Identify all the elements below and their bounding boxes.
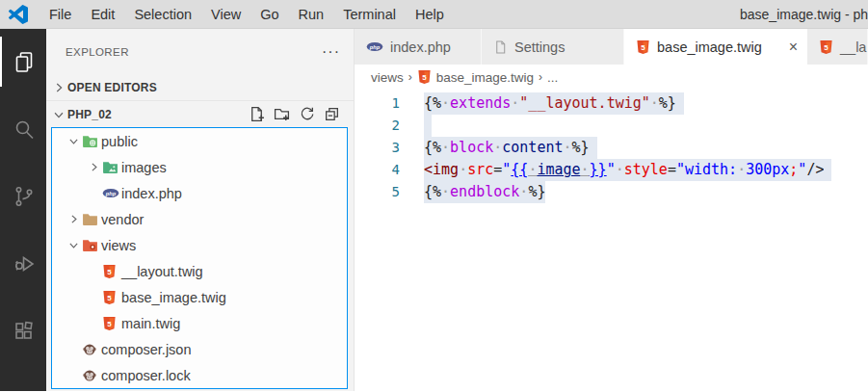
code-token: {% <box>424 183 441 200</box>
php-icon: php <box>102 186 119 200</box>
menu-bar: FileEditSelectionViewGoRunTerminalHelp <box>39 0 454 29</box>
tree-item-label: index.php <box>121 186 182 201</box>
explorer-sidebar: EXPLORER ··· OPEN EDITORS PHP_02 publici… <box>46 29 355 391</box>
tree-item-label: __layout.twig <box>121 264 203 279</box>
chevron-right-icon <box>67 213 80 225</box>
code-token: {{ <box>511 161 528 178</box>
tab-base-image-twig[interactable]: 5base_image.twig× <box>624 29 807 65</box>
svg-text:5: 5 <box>641 42 645 51</box>
html-icon: 5 <box>819 39 833 55</box>
svg-text:5: 5 <box>107 319 112 327</box>
code-token: content <box>502 139 563 156</box>
menu-terminal[interactable]: Terminal <box>333 0 406 29</box>
code-token: }} <box>590 161 607 178</box>
tree-item-label: base_image.twig <box>121 290 226 305</box>
files-icon <box>13 50 36 73</box>
activitybar-explorer[interactable] <box>0 37 46 87</box>
menu-edit[interactable]: Edit <box>81 0 124 29</box>
breadcrumb-separator: › <box>539 70 542 84</box>
menu-run[interactable]: Run <box>289 0 334 29</box>
activitybar-source-control[interactable] <box>0 171 46 222</box>
sidebar-title: EXPLORER <box>66 46 322 58</box>
folder-section-header[interactable]: PHP_02 <box>46 101 354 127</box>
tree-item-public[interactable]: public <box>52 128 347 154</box>
code-line-2[interactable]: 2 <box>355 115 868 137</box>
extensions-icon <box>13 320 36 343</box>
activity-bar <box>0 29 46 391</box>
tree-item-index-php[interactable]: phpindex.php <box>52 180 347 206</box>
chevron-down-icon <box>67 135 80 147</box>
tree-item-vendor[interactable]: vendor <box>52 206 347 232</box>
code-line-5[interactable]: 5{%·endblock·%} <box>355 181 868 203</box>
breadcrumb-item[interactable]: ... <box>547 70 558 85</box>
tree-item-base-image-twig[interactable]: 5base_image.twig <box>52 284 347 310</box>
tree-item-label: images <box>121 160 167 175</box>
html-icon: 5 <box>417 69 432 85</box>
close-icon[interactable]: × <box>779 39 798 55</box>
more-actions-icon[interactable]: ··· <box>322 47 340 57</box>
menu-selection[interactable]: Selection <box>124 0 201 29</box>
code-token: · <box>581 161 590 178</box>
tree-item--layout-twig[interactable]: 5__layout.twig <box>52 258 347 284</box>
code-token: · <box>441 94 450 112</box>
tree-item-label: composer.json <box>101 342 192 357</box>
html-icon: 5 <box>102 290 117 305</box>
menu-file[interactable]: File <box>39 0 81 29</box>
refresh-icon[interactable] <box>299 106 315 122</box>
code-line-1[interactable]: 1{%·extends·"__layout.twig"·%} <box>355 92 868 115</box>
breadcrumb: views›5base_image.twig›... <box>355 65 868 90</box>
code-token: · <box>441 139 450 156</box>
code-token: " <box>607 161 616 178</box>
code-token: " <box>502 161 511 178</box>
folder-views-icon <box>82 237 98 253</box>
menu-view[interactable]: View <box>201 0 250 29</box>
tab-settings[interactable]: Settings <box>482 29 624 65</box>
new-folder-icon[interactable] <box>274 106 290 122</box>
selection-newline <box>424 115 432 137</box>
tree-item-composer-lock[interactable]: composer.lock <box>52 362 347 388</box>
code-token: %} <box>528 183 545 200</box>
title-bar: FileEditSelectionViewGoRunTerminalHelp b… <box>0 0 868 29</box>
tree-item-images[interactable]: images <box>52 154 347 180</box>
code-token: · <box>564 139 572 156</box>
collapse-all-icon[interactable] <box>324 106 340 122</box>
breadcrumb-item[interactable]: views <box>371 70 404 85</box>
folder-vendor-icon <box>82 211 98 227</box>
code-line-3[interactable]: 3{%·block·content·%} <box>355 137 868 159</box>
tab-index-php[interactable]: phpindex.php <box>355 29 482 65</box>
code-token: endblock <box>450 183 519 200</box>
selection-newline <box>676 92 684 115</box>
menu-help[interactable]: Help <box>406 0 454 29</box>
debug-icon <box>13 252 36 275</box>
tree-item-label: public <box>101 134 138 149</box>
line-number: 2 <box>355 115 424 137</box>
activitybar-run-debug[interactable] <box>0 239 46 289</box>
explorer-actions <box>249 106 354 122</box>
code-token: · <box>459 161 467 178</box>
breadcrumb-item[interactable]: base_image.twig <box>436 70 534 85</box>
code-token: 300px <box>746 161 789 178</box>
tab-label: Settings <box>514 39 565 55</box>
html-icon: 5 <box>102 264 117 279</box>
activitybar-search[interactable] <box>0 104 46 154</box>
code-editor[interactable]: 1{%·extends·"__layout.twig"·%}23{%·block… <box>355 90 868 391</box>
tab--la[interactable]: 5__la <box>807 29 868 65</box>
tree-item-main-twig[interactable]: 5main.twig <box>52 310 347 336</box>
source-control-icon <box>13 185 36 208</box>
activitybar-extensions[interactable] <box>0 306 46 356</box>
file-tree: publicimagesphpindex.phpvendorviews5__la… <box>51 127 348 389</box>
menu-go[interactable]: Go <box>250 0 288 29</box>
tab-label: index.php <box>390 39 451 55</box>
code-line-4[interactable]: 4<img·src="{{·image·}}"·style="width:·30… <box>355 159 868 181</box>
vscode-logo-icon <box>9 5 28 24</box>
new-file-icon[interactable] <box>249 106 265 122</box>
window-title: base_image.twig - ph <box>740 0 868 29</box>
tree-item-views[interactable]: views <box>52 232 347 258</box>
code-token: · <box>616 161 624 178</box>
code-token: {% <box>424 94 441 112</box>
code-token: src <box>467 161 493 178</box>
open-editors-section[interactable]: OPEN EDITORS <box>46 75 354 101</box>
code-token: style <box>624 161 668 178</box>
tab-label: base_image.twig <box>657 39 762 55</box>
tree-item-composer-json[interactable]: composer.json <box>52 336 347 362</box>
